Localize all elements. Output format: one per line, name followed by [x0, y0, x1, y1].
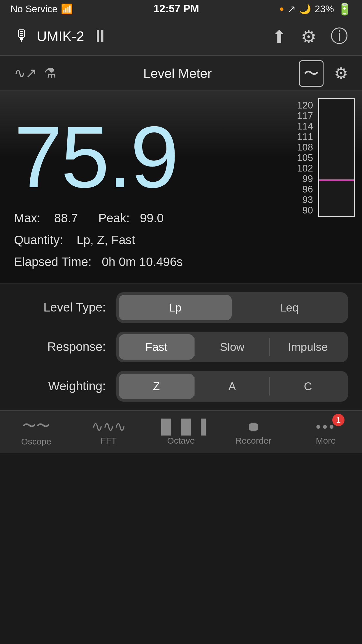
octave-icon: ▐▌▐▌▐ [156, 419, 206, 435]
mic-icon: 🎙 [14, 27, 30, 46]
tab-octave[interactable]: ▐▌▐▌▐ Octave [145, 411, 217, 453]
level-type-row: Level Type: Lp Leq [14, 292, 348, 323]
sub-nav: ∿↗ ⚗ Level Meter 〜 ⚙ [0, 56, 362, 91]
tab-bar: 〜〜 Oscope ∿∿∿ FFT ▐▌▐▌▐ Octave ⏺ Recorde… [0, 410, 362, 453]
carrier-text: No Service [10, 4, 57, 14]
quantity-row: Quantity: Lp, Z, Fast [14, 230, 283, 252]
weighting-row: Weighting: Z A C [14, 371, 348, 401]
share-button[interactable]: ⬆ [272, 26, 287, 47]
oscope-icon: 〜〜 [22, 417, 50, 436]
scale-99: 99 [297, 173, 313, 184]
main-content: 75.9 Max: 88.7 Peak: 99.0 Quantity: Lp, … [0, 91, 362, 282]
more-badge: 1 [332, 414, 345, 426]
max-label: Max: [14, 211, 41, 225]
tab-oscope[interactable]: 〜〜 Oscope [0, 411, 72, 453]
scale-96: 96 [297, 184, 313, 194]
scale-120: 120 [297, 100, 313, 110]
status-left: No Service 📶 [10, 3, 73, 15]
oscope-label: Oscope [21, 437, 51, 446]
weighting-label: Weighting: [14, 379, 106, 393]
status-right: ● ↗ 🌙 23% 🔋 [280, 2, 352, 15]
more-label: More [316, 435, 336, 445]
moon-icon: 🌙 [299, 3, 311, 15]
meter-scale: 120 117 114 111 108 105 102 99 96 93 90 [297, 98, 318, 217]
controls-section: Level Type: Lp Leq Response: Fast Slow I… [0, 282, 362, 410]
battery-icon: 🔋 [338, 2, 352, 15]
sub-settings-icon[interactable]: ⚙ [334, 64, 348, 83]
wifi-icon: 📶 [61, 3, 73, 15]
response-control: Fast Slow Impulse [116, 331, 348, 362]
fft-icon: ∿∿∿ [92, 418, 126, 435]
max-value: 88.7 [54, 211, 78, 225]
weighting-control: Z A C [116, 371, 348, 401]
scale-117: 117 [297, 110, 313, 121]
tab-recorder[interactable]: ⏺ Recorder [217, 411, 289, 453]
left-section: 75.9 Max: 88.7 Peak: 99.0 Quantity: Lp, … [0, 91, 297, 282]
level-type-leq-button[interactable]: Leq [233, 295, 346, 320]
response-impulse-button[interactable]: Impulse [270, 334, 345, 359]
device-name: UMIK-2 [37, 29, 84, 44]
wave-nav-icon[interactable]: ∿↗ [14, 65, 37, 81]
level-type-label: Level Type: [14, 300, 106, 314]
scale-90: 90 [297, 205, 313, 215]
response-label: Response: [14, 340, 106, 354]
quantity-value: Lp, Z, Fast [77, 233, 135, 247]
scale-108: 108 [297, 142, 313, 152]
recorder-icon: ⏺ [246, 419, 260, 435]
sub-nav-left: ∿↗ ⚗ [14, 65, 56, 81]
recorder-label: Recorder [236, 435, 271, 445]
sub-nav-title: Level Meter [56, 66, 299, 80]
elapsed-value: 0h 0m 10.496s [102, 255, 183, 269]
stats-section: Max: 88.7 Peak: 99.0 Quantity: Lp, Z, Fa… [14, 207, 283, 274]
scale-102: 102 [297, 163, 313, 173]
max-peak-row: Max: 88.7 Peak: 99.0 [14, 207, 283, 230]
peak-marker [319, 179, 354, 181]
scale-114: 114 [297, 121, 313, 131]
location-icon: ↗ [288, 3, 296, 15]
response-row: Response: Fast Slow Impulse [14, 331, 348, 362]
elapsed-row: Elapsed Time: 0h 0m 10.496s [14, 251, 283, 274]
orange-dot: ● [280, 4, 284, 13]
top-nav: 🎙 UMIK-2 ⏸ ⬆ ⚙ ⓘ [0, 18, 362, 56]
elapsed-label: Elapsed Time: [14, 255, 92, 269]
battery-text: 23% [315, 4, 334, 14]
scale-93: 93 [297, 194, 313, 205]
response-slow-button[interactable]: Slow [195, 334, 270, 359]
fft-label: FFT [101, 436, 117, 445]
current-level: 75.9 [14, 113, 283, 200]
quantity-label: Quantity: [14, 233, 63, 247]
top-nav-left: 🎙 UMIK-2 ⏸ [14, 26, 272, 46]
peak-value: 99.0 [140, 211, 164, 225]
weighting-a-button[interactable]: A [195, 373, 270, 399]
info-button[interactable]: ⓘ [331, 24, 348, 48]
peak-label: Peak: [99, 211, 130, 225]
more-icon-wrapper: ••• 1 [316, 419, 336, 435]
tab-more[interactable]: ••• 1 More [290, 411, 362, 453]
response-fast-button[interactable]: Fast [119, 334, 194, 359]
chart-icon[interactable]: 〜 [299, 60, 324, 86]
weighting-z-button[interactable]: Z [119, 373, 194, 399]
level-type-lp-button[interactable]: Lp [119, 295, 231, 320]
meter-visual [318, 98, 355, 217]
scale-111: 111 [297, 131, 313, 142]
weighting-c-button[interactable]: C [270, 373, 345, 399]
level-type-control: Lp Leq [116, 292, 348, 323]
right-section: 120 117 114 111 108 105 102 99 96 93 90 [297, 91, 362, 224]
octave-label: Octave [167, 435, 195, 445]
pause-button[interactable]: ⏸ [91, 26, 109, 46]
top-nav-right: ⬆ ⚙ ⓘ [272, 24, 348, 48]
scale-105: 105 [297, 152, 313, 163]
tab-fft[interactable]: ∿∿∿ FFT [72, 411, 145, 453]
beaker-icon: ⚗ [44, 65, 56, 81]
sub-nav-right: 〜 ⚙ [299, 60, 348, 86]
settings-button[interactable]: ⚙ [301, 26, 317, 47]
status-time: 12:57 PM [154, 3, 199, 15]
status-bar: No Service 📶 12:57 PM ● ↗ 🌙 23% 🔋 [0, 0, 362, 18]
